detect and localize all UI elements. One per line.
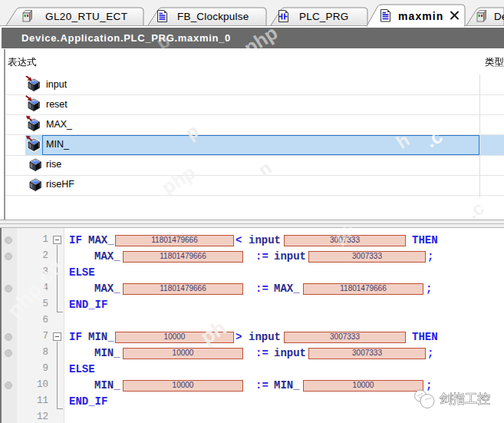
svg-text:De: De bbox=[494, 11, 504, 22]
svg-text:maxmin: maxmin bbox=[398, 10, 444, 22]
svg-text:PLC_PRG: PLC_PRG bbox=[299, 11, 348, 22]
svg-text:GL20_RTU_ECT: GL20_RTU_ECT bbox=[45, 11, 127, 22]
svg-text:FB_Clockpulse: FB_Clockpulse bbox=[177, 11, 249, 22]
